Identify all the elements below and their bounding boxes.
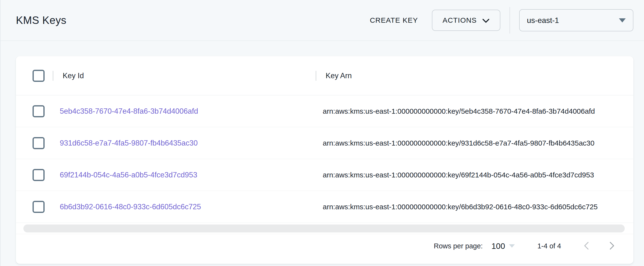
region-select-value: us-east-1 — [527, 16, 559, 25]
column-header-label: Key Arn — [316, 71, 634, 80]
pagination-range-label: 1-4 of 4 — [538, 242, 561, 250]
pagination-bar: Rows per page: 100 1-4 of 4 — [16, 234, 634, 258]
select-all-cell — [16, 70, 52, 82]
key-id-link[interactable]: 5eb4c358-7670-47e4-8fa6-3b74d4006afd — [60, 107, 198, 115]
table-header-row: Key Id Key Arn — [16, 56, 634, 95]
kms-keys-table: Key Id Key Arn 5eb4c358-7670-47e4-8fa6-3… — [16, 56, 634, 264]
column-header-key-arn[interactable]: Key Arn — [316, 71, 634, 80]
create-key-button[interactable]: CREATE KEY — [360, 10, 427, 30]
table-row[interactable]: 931d6c58-e7a7-4fa5-9807-fb4b6435ac30 arn… — [16, 127, 634, 159]
key-arn-value: arn:aws:kms:us-east-1:000000000000:key/9… — [323, 139, 594, 147]
row-checkbox[interactable] — [32, 105, 44, 117]
key-id-cell: 931d6c58-e7a7-4fa5-9807-fb4b6435ac30 — [54, 139, 316, 148]
chevron-down-icon — [482, 18, 490, 23]
rows-per-page-select[interactable]: 100 — [492, 241, 515, 251]
key-arn-cell: arn:aws:kms:us-east-1:000000000000:key/6… — [316, 171, 634, 179]
chevron-left-icon — [582, 241, 591, 251]
region-select[interactable]: us-east-1 — [519, 9, 634, 31]
rows-per-page-label: Rows per page: — [434, 242, 483, 250]
table-row[interactable]: 69f2144b-054c-4a56-a0b5-4fce3d7cd953 arn… — [16, 159, 634, 191]
key-arn-value: arn:aws:kms:us-east-1:000000000000:key/6… — [323, 171, 594, 179]
key-arn-cell: arn:aws:kms:us-east-1:000000000000:key/5… — [316, 107, 634, 115]
column-header-key-id[interactable]: Key Id — [54, 71, 316, 80]
row-checkbox-cell — [16, 201, 52, 213]
key-arn-value: arn:aws:kms:us-east-1:000000000000:key/5… — [323, 107, 595, 115]
next-page-button[interactable] — [605, 239, 618, 253]
header-divider — [510, 7, 510, 34]
row-checkbox-cell — [16, 137, 52, 149]
topbar: KMS Keys CREATE KEY ACTIONS us-east-1 — [0, 0, 644, 41]
actions-button[interactable]: ACTIONS — [432, 10, 500, 31]
caret-down-icon — [619, 18, 626, 23]
row-checkbox[interactable] — [32, 137, 44, 149]
row-checkbox[interactable] — [32, 169, 44, 181]
key-id-cell: 69f2144b-054c-4a56-a0b5-4fce3d7cd953 — [54, 171, 316, 179]
row-checkbox-cell — [16, 105, 52, 117]
table-row[interactable]: 6b6d3b92-0616-48c0-933c-6d605dc6c725 arn… — [16, 191, 634, 223]
page-title: KMS Keys — [16, 14, 66, 26]
horizontal-scrollbar — [16, 223, 634, 234]
actions-button-label: ACTIONS — [442, 16, 477, 24]
table-footer: Rows per page: 100 1-4 of 4 — [16, 234, 634, 264]
key-arn-cell: arn:aws:kms:us-east-1:000000000000:key/6… — [316, 203, 634, 211]
key-id-cell: 6b6d3b92-0616-48c0-933c-6d605dc6c725 — [54, 203, 316, 211]
caret-down-small-icon — [509, 244, 515, 248]
key-id-cell: 5eb4c358-7670-47e4-8fa6-3b74d4006afd — [54, 107, 316, 116]
key-arn-value: arn:aws:kms:us-east-1:000000000000:key/6… — [323, 203, 598, 211]
key-arn-cell: arn:aws:kms:us-east-1:000000000000:key/9… — [316, 139, 634, 147]
chevron-right-icon — [607, 241, 616, 251]
column-header-label: Key Id — [54, 71, 316, 80]
rows-per-page-value: 100 — [492, 241, 505, 251]
key-id-link[interactable]: 931d6c58-e7a7-4fa5-9807-fb4b6435ac30 — [60, 139, 198, 147]
key-id-link[interactable]: 69f2144b-054c-4a56-a0b5-4fce3d7cd953 — [60, 171, 198, 179]
table-row[interactable]: 5eb4c358-7670-47e4-8fa6-3b74d4006afd arn… — [16, 95, 634, 127]
horizontal-scrollbar-thumb[interactable] — [24, 224, 625, 232]
previous-page-button[interactable] — [580, 239, 594, 253]
key-id-link[interactable]: 6b6d3b92-0616-48c0-933c-6d605dc6c725 — [60, 203, 201, 211]
row-checkbox[interactable] — [32, 201, 44, 213]
row-checkbox-cell — [16, 169, 52, 181]
select-all-checkbox[interactable] — [32, 70, 44, 82]
